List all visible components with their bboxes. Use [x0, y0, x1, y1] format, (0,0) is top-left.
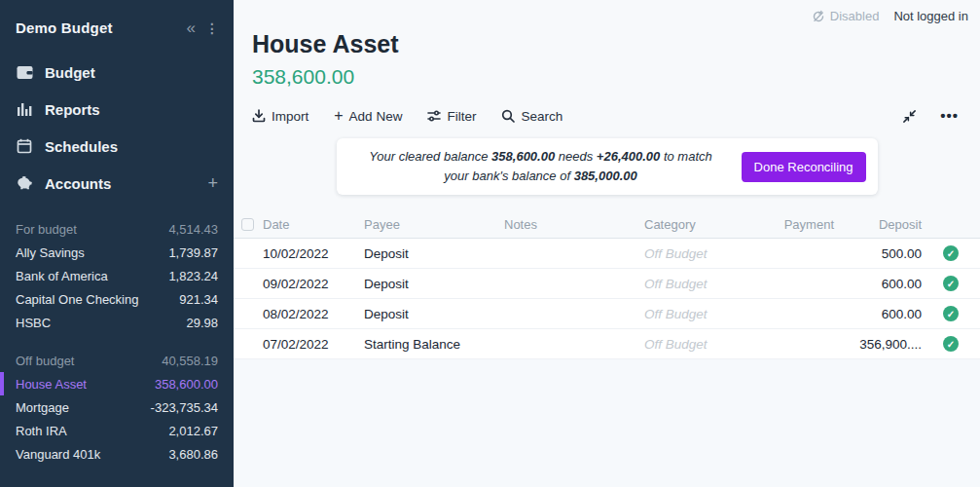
transaction-date[interactable]: 10/02/2022	[263, 246, 364, 261]
column-header-deposit[interactable]: Deposit	[834, 217, 922, 232]
reconcile-message: Your cleared balance 358,600.00 needs +2…	[354, 147, 728, 186]
sidebar-item-budget[interactable]: Budget	[0, 54, 234, 91]
collapse-sidebar-icon[interactable]: «	[187, 19, 196, 36]
account-item-capital-one-checking[interactable]: Capital One Checking 921.34	[0, 287, 234, 311]
main-content: Disabled Not logged in House Asset 358,6…	[234, 0, 980, 487]
account-balance: 3,680.86	[168, 447, 218, 462]
search-label: Search	[521, 109, 563, 124]
transaction-category[interactable]: Off Budget	[644, 246, 737, 261]
column-header-payee[interactable]: Payee	[364, 217, 504, 232]
column-header-date[interactable]: Date	[263, 217, 364, 232]
account-item-bank-of-america[interactable]: Bank of America 1,823.24	[0, 264, 234, 287]
transactions-toolbar: Import + Add New Filter Search	[234, 107, 980, 125]
add-new-button[interactable]: + Add New	[334, 107, 402, 125]
transaction-deposit[interactable]: 600.00	[834, 277, 922, 291]
transaction-payee[interactable]: Deposit	[364, 307, 504, 321]
transaction-deposit[interactable]: 500.00	[834, 246, 922, 261]
account-item-vanguard-401k[interactable]: Vanguard 401k 3,680.86	[0, 442, 234, 466]
filter-label: Filter	[447, 109, 476, 124]
account-item-house-asset[interactable]: House Asset 358,600.00	[0, 372, 234, 395]
transaction-date[interactable]: 08/02/2022	[263, 307, 364, 321]
transaction-row[interactable]: 10/02/2022 Deposit Off Budget 500.00 ✓	[234, 239, 980, 269]
table-empty-area	[234, 359, 980, 487]
sync-button[interactable]: Disabled	[812, 9, 880, 23]
account-name: House Asset	[16, 377, 87, 392]
sidebar-menu-icon[interactable]: ⋮	[205, 20, 220, 36]
transaction-deposit[interactable]: 600.00	[834, 307, 922, 321]
sidebar-item-accounts[interactable]: Accounts +	[0, 165, 234, 202]
sidebar-item-label: Accounts	[45, 175, 111, 192]
needed-amount: +26,400.00	[597, 149, 660, 164]
sidebar-item-label: Budget	[45, 64, 95, 81]
done-reconciling-button[interactable]: Done Reconciling	[742, 152, 866, 182]
app-window: Demo Budget « ⋮ Budget Reports	[0, 0, 980, 487]
bar-chart-icon	[16, 100, 33, 118]
sync-disabled-icon	[812, 10, 825, 23]
add-new-label: Add New	[349, 109, 403, 124]
calendar-icon	[16, 137, 33, 155]
search-button[interactable]: Search	[501, 109, 563, 124]
cleared-check-icon[interactable]: ✓	[943, 336, 959, 352]
transactions-table: Date Payee Notes Category Payment Deposi…	[234, 211, 980, 359]
cleared-check-icon[interactable]: ✓	[943, 276, 959, 291]
transaction-payee[interactable]: Deposit	[364, 246, 504, 261]
account-balance: 1,739.87	[168, 245, 218, 260]
import-button[interactable]: Import	[252, 109, 309, 124]
account-name: Bank of America	[16, 269, 108, 283]
bank-balance-amount: 385,000.00	[574, 169, 637, 183]
transaction-date[interactable]: 09/02/2022	[263, 277, 364, 291]
sidebar-item-schedules[interactable]: Schedules	[0, 128, 234, 165]
column-header-payment[interactable]: Payment	[737, 217, 834, 232]
budget-file-title[interactable]: Demo Budget	[16, 19, 113, 36]
plus-icon: +	[334, 107, 343, 125]
account-name: HSBC	[16, 316, 51, 330]
transaction-payee[interactable]: Deposit	[364, 277, 504, 291]
cleared-check-icon[interactable]: ✓	[943, 245, 959, 261]
wallet-icon	[16, 63, 33, 81]
transaction-payee[interactable]: Starting Balance	[364, 337, 504, 352]
reconcile-banner: Your cleared balance 358,600.00 needs +2…	[337, 138, 878, 195]
account-balance: -323,735.34	[151, 400, 218, 415]
account-balance: 358,600.00	[155, 377, 218, 392]
more-options-icon[interactable]: •••	[940, 113, 959, 119]
account-item-mortgage[interactable]: Mortgage -323,735.34	[0, 395, 234, 419]
page-title[interactable]: House Asset	[252, 30, 980, 58]
account-balance: 40,558.19	[162, 354, 218, 368]
select-all-checkbox[interactable]	[241, 218, 254, 231]
account-name: Mortgage	[16, 400, 69, 415]
account-balance: 921.34	[179, 292, 218, 307]
transaction-date[interactable]: 07/02/2022	[263, 337, 364, 352]
transaction-category[interactable]: Off Budget	[644, 277, 737, 291]
sidebar-item-reports[interactable]: Reports	[0, 91, 234, 128]
add-account-icon[interactable]: +	[207, 173, 218, 194]
filter-button[interactable]: Filter	[427, 109, 476, 124]
account-item-roth-ira[interactable]: Roth IRA 2,012.67	[0, 419, 234, 442]
account-balance-total[interactable]: 358,600.00	[252, 65, 980, 89]
account-balance: 1,823.24	[168, 269, 218, 283]
login-status-button[interactable]: Not logged in	[893, 9, 968, 23]
column-header-notes[interactable]: Notes	[504, 217, 644, 232]
account-name: For budget	[16, 222, 77, 237]
account-group-off-budget[interactable]: Off budget 40,558.19	[0, 349, 234, 372]
account-name: Vanguard 401k	[16, 447, 100, 462]
transaction-category[interactable]: Off Budget	[644, 307, 737, 321]
transaction-deposit[interactable]: 356,900....	[834, 337, 922, 352]
cleared-check-icon[interactable]: ✓	[943, 306, 959, 321]
account-item-hsbc[interactable]: HSBC 29.98	[0, 311, 234, 334]
transaction-category[interactable]: Off Budget	[644, 337, 737, 352]
account-group-for-budget[interactable]: For budget 4,514.43	[0, 217, 234, 241]
collapse-transactions-icon[interactable]	[902, 109, 917, 124]
sync-status-label: Disabled	[830, 9, 880, 23]
sidebar: Demo Budget « ⋮ Budget Reports	[0, 0, 234, 487]
account-balance: 2,012.67	[168, 424, 218, 438]
account-balance: 29.98	[186, 316, 218, 330]
transaction-row[interactable]: 07/02/2022 Starting Balance Off Budget 3…	[234, 329, 980, 359]
piggy-bank-icon	[16, 174, 33, 192]
account-item-ally-savings[interactable]: Ally Savings 1,739.87	[0, 241, 234, 264]
account-name: Ally Savings	[16, 245, 85, 260]
column-header-category[interactable]: Category	[644, 217, 737, 232]
cleared-balance-amount: 358,600.00	[491, 149, 555, 164]
transaction-row[interactable]: 09/02/2022 Deposit Off Budget 600.00 ✓	[234, 269, 980, 299]
transaction-row[interactable]: 08/02/2022 Deposit Off Budget 600.00 ✓	[234, 299, 980, 329]
page-header: House Asset 358,600.00	[234, 30, 980, 89]
